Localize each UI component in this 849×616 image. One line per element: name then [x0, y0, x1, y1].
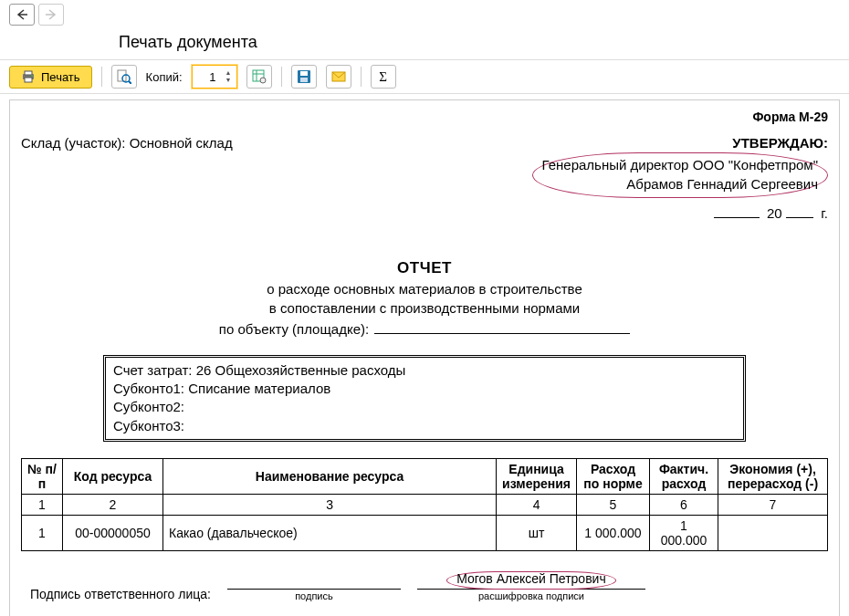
svg-rect-12	[300, 71, 308, 76]
table-row: 1 00-00000050 Какао (давальческое) шт 1 …	[22, 515, 828, 550]
copies-input[interactable]	[193, 69, 218, 85]
table-numrow: 1 2 3 4 5 6 7	[22, 494, 828, 515]
arrow-right-icon	[45, 9, 58, 20]
signer-name: Могов Алексей Петрович	[456, 571, 606, 586]
signature-caption: подпись	[295, 590, 333, 601]
svg-point-3	[31, 75, 33, 77]
separator	[281, 67, 282, 87]
envelope-icon	[331, 70, 346, 83]
magnifier-icon	[117, 69, 131, 84]
approver-name: Абрамов Геннадий Сергеевич	[542, 174, 818, 193]
signature-decode-caption: расшифровка подписи	[478, 590, 584, 601]
approve-title: УТВЕРЖДАЮ:	[532, 135, 828, 151]
table-gear-icon	[252, 69, 267, 84]
page-title: Печать документа	[0, 29, 849, 59]
warehouse-line: Склад (участок): Основной склад	[21, 135, 233, 151]
approval-block: УТВЕРЖДАЮ: Генеральный директор ООО "Кон…	[532, 135, 828, 221]
report-sub1: о расходе основных материалов в строител…	[21, 279, 828, 298]
table-header-row: № п/п Код ресурса Наименование ресурса Е…	[22, 458, 828, 494]
svg-line-6	[129, 81, 131, 84]
email-button[interactable]	[326, 65, 351, 89]
print-label: Печать	[41, 70, 80, 84]
signature-label: Подпись ответственного лица:	[30, 587, 211, 601]
signature-line	[227, 573, 401, 590]
print-button[interactable]: Печать	[9, 66, 92, 89]
report-sub2: в сопоставлении с производственными норм…	[21, 298, 828, 318]
separator	[101, 67, 102, 87]
chevron-down-icon: ▼	[225, 77, 235, 84]
copies-label: Копий:	[146, 70, 183, 84]
back-button[interactable]	[9, 4, 35, 26]
save-button[interactable]	[291, 65, 317, 89]
info-box: Счет затрат: 26 Общехозяйственные расход…	[103, 355, 746, 442]
signature-row: Подпись ответственного лица: подпись Мог…	[21, 573, 828, 601]
spinner-arrows[interactable]: ▲ ▼	[225, 67, 236, 87]
printer-icon	[21, 70, 36, 83]
settings-button[interactable]	[246, 65, 272, 89]
object-underline	[374, 333, 630, 334]
signature-name-line: Могов Алексей Петрович	[417, 573, 645, 590]
copies-spinner[interactable]: ▲ ▼	[192, 65, 237, 89]
svg-point-10	[260, 78, 266, 83]
svg-rect-2	[25, 78, 32, 82]
warehouse-label: Склад (участок):	[21, 135, 126, 151]
forward-button[interactable]	[38, 4, 64, 26]
separator	[361, 67, 362, 87]
svg-rect-1	[25, 71, 32, 75]
approver-position: Генеральный директор ООО "Конфетпром"	[542, 155, 818, 174]
svg-rect-13	[300, 78, 308, 82]
report-header: ОТЧЕТ о расходе основных материалов в ст…	[21, 257, 828, 339]
document-preview: Форма М-29 Склад (участок): Основной скл…	[9, 99, 840, 616]
chevron-up-icon: ▲	[225, 69, 235, 77]
signer-highlight: Могов Алексей Петрович	[446, 571, 616, 589]
sigma-icon: Σ	[379, 69, 387, 85]
report-title: ОТЧЕТ	[21, 257, 828, 279]
form-number: Форма М-29	[21, 110, 828, 124]
warehouse-value: Основной склад	[130, 135, 233, 151]
approval-date: 20 г.	[532, 205, 828, 221]
object-label: по объекту (площадке):	[219, 319, 369, 339]
preview-button[interactable]	[111, 65, 137, 89]
arrow-left-icon	[16, 9, 28, 20]
sum-button[interactable]: Σ	[371, 65, 396, 89]
materials-table: № п/п Код ресурса Наименование ресурса Е…	[21, 458, 828, 551]
floppy-icon	[297, 69, 311, 84]
approver-highlight: Генеральный директор ООО "Конфетпром" Аб…	[532, 152, 828, 198]
